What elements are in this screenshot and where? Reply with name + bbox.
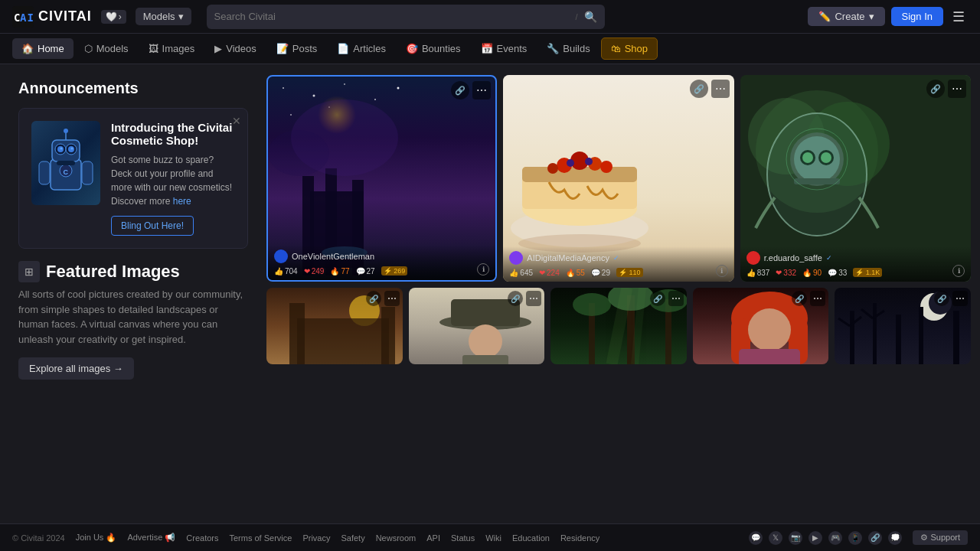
nav-item-videos[interactable]: ▶ Videos xyxy=(205,38,266,59)
card-bottom-1: OneViolentGentleman 👍 704 ❤ 249 🔥 77 💬 2… xyxy=(268,245,495,280)
signin-button[interactable]: Sign In xyxy=(891,7,943,26)
svg-point-44 xyxy=(585,158,593,165)
card-menu-button-7[interactable]: ⋯ xyxy=(810,291,825,306)
nav-item-shop[interactable]: 🛍 Shop xyxy=(601,37,658,60)
svg-point-25 xyxy=(318,96,356,134)
footer-link-safety[interactable]: Safety xyxy=(341,533,364,543)
footer-link-tos[interactable]: Terms of Service xyxy=(230,533,292,543)
card-menu-button-3[interactable]: ⋯ xyxy=(948,80,966,98)
svg-point-21 xyxy=(374,99,376,100)
nav-item-events[interactable]: 📅 Events xyxy=(472,38,537,59)
card-link-button-3[interactable]: 🔗 xyxy=(926,80,945,98)
image-card-2[interactable]: ⋯ 🔗 AIDigitalMediaAgency ✓ 👍 645 ❤ 224 🔥… xyxy=(503,75,733,282)
svg-rect-61 xyxy=(297,318,389,364)
articles-icon: 📄 xyxy=(337,43,349,54)
avatar-2 xyxy=(509,251,523,265)
card-menu-button-8[interactable]: ⋯ xyxy=(952,291,968,306)
image-card-1[interactable]: ⋯ 🔗 OneViolentGentleman 👍 704 ❤ 249 🔥 77… xyxy=(266,75,497,282)
explore-images-button[interactable]: Explore all images → xyxy=(18,357,134,380)
username-2: AIDigitalMediaAgency xyxy=(527,253,609,262)
svg-point-20 xyxy=(344,83,345,85)
stat-comments-1: 💬 27 xyxy=(356,267,375,276)
svg-point-22 xyxy=(397,87,400,90)
create-icon: ✏️ xyxy=(818,11,831,22)
stat-likes-1: 👍 704 xyxy=(274,267,298,276)
footer-link-wiki[interactable]: Wiki xyxy=(485,533,501,543)
bounties-icon: 🎯 xyxy=(406,43,418,54)
svg-point-43 xyxy=(567,159,574,167)
image-card-8[interactable]: ⋯ 🔗 xyxy=(835,288,971,364)
twitter-icon[interactable]: 𝕏 xyxy=(769,531,782,545)
footer-link-joinUs[interactable]: Join Us 🔥 xyxy=(76,533,117,543)
svg-text:AI: AI xyxy=(20,11,34,24)
footer-link-advertise[interactable]: Advertise 📢 xyxy=(127,533,175,543)
svg-point-24 xyxy=(290,114,292,116)
featured-header: ⊞ Featured Images xyxy=(18,261,248,282)
support-button[interactable]: ⚙ Support xyxy=(913,530,968,545)
image-card-4[interactable]: ⋯ 🔗 xyxy=(266,288,403,364)
logo[interactable]: C AI CIVITAI xyxy=(12,6,92,28)
nav-item-builds[interactable]: 🔧 Builds xyxy=(537,38,599,59)
videos-icon: ▶ xyxy=(214,43,222,54)
footer-link-residency[interactable]: Residency xyxy=(560,533,599,543)
card-link-button-8[interactable]: 🔗 xyxy=(934,291,949,306)
image-card-6[interactable]: ⋯ 🔗 xyxy=(550,288,687,364)
verified-badge-2: ✓ xyxy=(613,254,619,262)
image-card-5[interactable]: ⋯ 🔗 xyxy=(409,288,545,364)
header-right: ✏️ Create ▾ Sign In ☰ xyxy=(808,5,968,28)
footer: © Civitai 2024 Join Us 🔥 Advertise 📢 Cre… xyxy=(0,523,980,551)
svg-point-9 xyxy=(60,148,63,150)
card-link-button-4[interactable]: 🔗 xyxy=(366,291,381,306)
card-menu-button-4[interactable]: ⋯ xyxy=(384,291,400,306)
image-row-short: ⋯ 🔗 ⋯ 🔗 xyxy=(266,288,971,364)
svg-point-12 xyxy=(64,129,68,133)
svg-text:C: C xyxy=(64,168,69,176)
nav-item-posts[interactable]: 📝 Posts xyxy=(267,38,327,59)
search-input[interactable] xyxy=(214,11,570,22)
close-announcement-button[interactable]: ✕ xyxy=(232,115,241,127)
footer-link-newsroom[interactable]: Newsroom xyxy=(376,533,416,543)
bling-button[interactable]: Bling Out Here! xyxy=(111,216,194,236)
svg-point-79 xyxy=(748,308,791,351)
search-shortcut: / xyxy=(576,12,578,21)
card-menu-button-1[interactable]: ⋯ xyxy=(472,81,491,99)
tiktok-icon[interactable]: 📱 xyxy=(848,531,862,545)
card-menu-button-5[interactable]: ⋯ xyxy=(526,291,541,306)
twitch-icon[interactable]: 🎮 xyxy=(828,531,842,545)
footer-link-api[interactable]: API xyxy=(426,533,440,543)
reddit-icon[interactable]: 🔗 xyxy=(868,531,882,545)
announcement-link[interactable]: here xyxy=(173,196,191,207)
nav-item-bounties[interactable]: 🎯 Bounties xyxy=(397,38,470,59)
card-link-button-2[interactable]: 🔗 xyxy=(690,80,708,98)
nav-item-articles[interactable]: 📄 Articles xyxy=(328,38,395,59)
nav-item-images[interactable]: 🖼 Images xyxy=(139,38,204,59)
featured-title: Featured Images xyxy=(46,262,180,282)
info-button-3[interactable]: ℹ xyxy=(952,265,965,277)
svg-point-71 xyxy=(573,293,611,316)
stat-hearts-2: ❤ 224 xyxy=(539,269,560,277)
footer-link-privacy[interactable]: Privacy xyxy=(302,533,330,543)
card-link-button-6[interactable]: 🔗 xyxy=(650,291,665,306)
info-button-2[interactable]: ℹ xyxy=(716,265,728,277)
discord-icon[interactable]: 💬 xyxy=(749,531,763,545)
card-menu-button-6[interactable]: ⋯ xyxy=(668,291,684,306)
footer-link-education[interactable]: Education xyxy=(512,533,550,543)
image-card-7[interactable]: ⋯ 🔗 xyxy=(693,288,829,364)
instagram-icon[interactable]: 📷 xyxy=(789,531,802,545)
nav-item-home[interactable]: 🏠 Home xyxy=(12,38,74,59)
card-link-button-1[interactable]: 🔗 xyxy=(451,81,469,99)
nav-item-models[interactable]: ⬡ Models xyxy=(75,38,138,59)
image-card-3[interactable]: ⋯ 🔗 r.eduardo_saffe ✓ 👍 837 ❤ 332 🔥 90 💬… xyxy=(740,75,971,282)
create-button[interactable]: ✏️ Create ▾ xyxy=(808,7,884,26)
svg-point-41 xyxy=(547,163,558,174)
hamburger-menu-button[interactable]: ☰ xyxy=(949,5,968,28)
models-dropdown-button[interactable]: Models ▾ xyxy=(136,8,191,25)
featured-section: ⊞ Featured Images All sorts of cool pict… xyxy=(18,261,248,380)
search-icon[interactable]: 🔍 xyxy=(584,11,597,23)
svg-line-91 xyxy=(861,309,873,318)
youtube-icon[interactable]: ▶ xyxy=(808,531,822,545)
github-icon[interactable]: 💭 xyxy=(888,531,902,545)
footer-link-creators[interactable]: Creators xyxy=(186,533,218,543)
footer-link-status[interactable]: Status xyxy=(451,533,475,543)
card-menu-button-2[interactable]: ⋯ xyxy=(711,80,730,98)
